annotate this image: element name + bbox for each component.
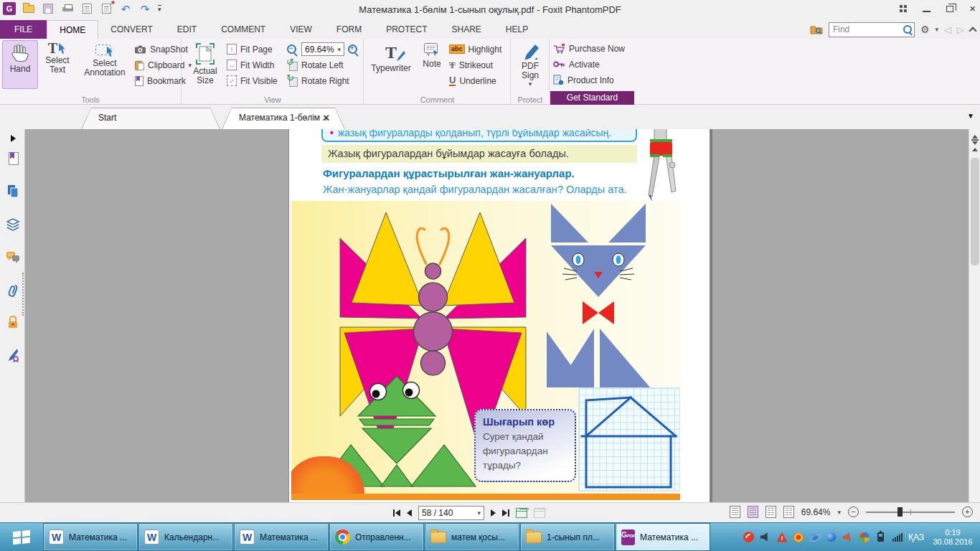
clock[interactable]: 0:19 30.08.2016	[929, 528, 976, 547]
attachments-panel-icon[interactable]	[5, 283, 21, 298]
activate-button[interactable]: Activate	[553, 57, 600, 72]
find-previous-icon[interactable]: ◁	[944, 24, 951, 35]
foxit-logo-icon[interactable]: G	[3, 2, 16, 15]
next-view-button[interactable]	[534, 508, 545, 518]
fit-width-button[interactable]: ↔ Fit Width	[227, 57, 274, 72]
taskbar-button-word-2[interactable]: W Кальендарн...	[138, 523, 233, 551]
bookmark-button[interactable]: Bookmark	[135, 73, 186, 88]
snapshot-button[interactable]: SnapShot	[135, 42, 188, 57]
undo-icon[interactable]: ↶	[119, 2, 132, 15]
tab-view[interactable]: VIEW	[278, 20, 324, 39]
zoom-out-button[interactable]: −	[848, 507, 859, 517]
planet-tray-icon[interactable]	[809, 532, 821, 543]
close-icon[interactable]: ×	[969, 3, 976, 14]
print-icon[interactable]	[61, 2, 74, 15]
first-page-button[interactable]	[393, 509, 400, 517]
find-options-gear-icon[interactable]: ⚙	[920, 24, 930, 35]
find-input[interactable]	[829, 22, 915, 37]
tab-edit[interactable]: EDIT	[165, 20, 209, 39]
red-app-tray-icon[interactable]	[743, 532, 755, 543]
tab-form[interactable]: FORM	[324, 20, 374, 39]
start-button[interactable]	[0, 523, 43, 551]
search-folder-icon[interactable]	[810, 24, 823, 34]
new-document-icon[interactable]: *	[100, 2, 113, 15]
previous-view-button[interactable]	[516, 508, 527, 518]
properties-icon[interactable]	[80, 2, 93, 15]
audio-tray-icon[interactable]	[842, 532, 854, 543]
minimize-icon[interactable]	[923, 11, 930, 12]
tab-home[interactable]: HOME	[47, 20, 98, 39]
typewriter-button[interactable]: T Typewriter	[367, 40, 415, 89]
find-options-dropdown-icon[interactable]: ▾	[935, 26, 938, 33]
fit-page-button[interactable]: ↕ Fit Page	[227, 42, 273, 57]
page-number-combo[interactable]: 58 / 140 ▾	[418, 506, 484, 520]
hand-tool-button[interactable]: Hand	[2, 40, 38, 89]
comments-panel-icon[interactable]	[5, 250, 21, 265]
actual-size-button[interactable]: Actual Size	[187, 40, 224, 89]
underline-button[interactable]: U Underline	[449, 73, 496, 88]
taskbar-button-chrome[interactable]: Отправленн...	[329, 523, 424, 551]
close-tab-icon[interactable]: ×	[323, 111, 329, 123]
zoom-slider-thumb[interactable]	[897, 507, 903, 517]
scrollbar-thumb[interactable]	[971, 158, 979, 265]
scroll-up-icon[interactable]	[972, 145, 978, 151]
volume-tray-icon[interactable]	[760, 532, 771, 543]
select-annotation-button[interactable]: Select Annotation	[77, 40, 133, 89]
ui-options-icon[interactable]	[900, 5, 907, 12]
rotate-right-button[interactable]: ↻ Rotate Right	[287, 73, 349, 88]
collapse-ribbon-icon[interactable]	[969, 27, 976, 34]
product-info-button[interactable]: Product Info	[553, 72, 614, 88]
find-next-icon[interactable]: ▷	[957, 24, 964, 35]
strikeout-button[interactable]: T Strikeout	[449, 57, 493, 72]
warning-tray-icon[interactable]: !	[776, 532, 788, 543]
antivirus-tray-icon[interactable]	[793, 532, 804, 543]
tab-convert[interactable]: CONVERT	[98, 20, 164, 39]
layers-panel-icon[interactable]	[5, 217, 21, 232]
continuous-view-icon[interactable]	[748, 506, 758, 518]
taskbar-button-folder-1[interactable]: матем қосы...	[425, 523, 519, 551]
signature-panel-icon[interactable]	[5, 347, 21, 363]
pdf-page[interactable]: •жазық фигураларды қолданып, түрлі бұйым…	[288, 129, 710, 502]
rotate-left-button[interactable]: ↺ Rotate Left	[287, 57, 344, 72]
utility-tray-icon[interactable]	[826, 532, 837, 543]
zoom-in-button[interactable]: +	[962, 507, 973, 517]
single-page-view-icon[interactable]	[730, 506, 740, 518]
panel-splitter[interactable]	[22, 273, 24, 316]
zoom-out-button[interactable]: −	[287, 42, 298, 57]
fit-visible-button[interactable]: ↕ Fit Visible	[227, 73, 278, 88]
get-standard-banner[interactable]: Get Standard	[550, 91, 634, 105]
tab-share[interactable]: SHARE	[439, 20, 493, 39]
tab-help[interactable]: HELP	[494, 20, 540, 39]
shareit-tray-icon[interactable]	[859, 532, 870, 543]
facing-view-icon[interactable]	[765, 506, 776, 518]
tab-comment[interactable]: COMMENT	[209, 20, 278, 39]
tab-start[interactable]: Start	[81, 108, 220, 129]
tab-protect[interactable]: PROTECT	[374, 20, 439, 39]
tab-list-icon[interactable]: ▼	[967, 112, 974, 120]
save-icon[interactable]	[42, 2, 55, 15]
zoom-level-combo[interactable]: 69.64% ▾	[301, 42, 344, 56]
open-file-icon[interactable]	[22, 2, 35, 15]
power-tray-icon[interactable]	[875, 532, 887, 543]
purchase-now-button[interactable]: Purchase Now	[553, 41, 625, 56]
vertical-scrollbar[interactable]	[969, 129, 980, 502]
restore-icon[interactable]	[946, 6, 953, 12]
customize-toolbar-icon[interactable]: ▾	[158, 5, 161, 12]
bookmarks-panel-icon[interactable]	[5, 151, 21, 166]
taskbar-button-foxit[interactable]: GPDF Математика ...	[616, 523, 710, 551]
expand-panel-icon[interactable]	[5, 131, 21, 146]
zoom-in-button[interactable]: +	[348, 42, 359, 57]
search-icon[interactable]	[903, 24, 913, 34]
taskbar-button-word-1[interactable]: W Математика ...	[43, 523, 138, 551]
taskbar-button-word-3[interactable]: W Математика ...	[234, 523, 329, 551]
taskbar-button-folder-2[interactable]: 1-сынып пл...	[520, 523, 615, 551]
last-page-button[interactable]	[502, 509, 509, 517]
highlight-button[interactable]: abc Highlight	[449, 42, 501, 57]
language-indicator[interactable]: ҚАЗ	[908, 532, 924, 542]
previous-page-button[interactable]	[407, 509, 412, 517]
select-text-button[interactable]: T Select Text	[39, 40, 75, 89]
pages-panel-icon[interactable]	[5, 184, 21, 199]
next-page-button[interactable]	[491, 509, 496, 517]
security-panel-icon[interactable]	[5, 314, 21, 330]
tab-document[interactable]: Математика 1-бөлім ... ×	[222, 108, 345, 129]
